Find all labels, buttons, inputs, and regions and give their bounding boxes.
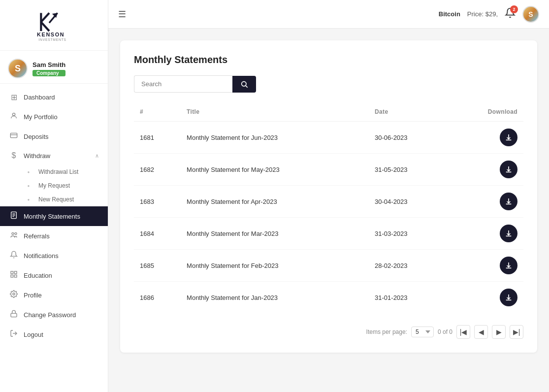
cell-date: 30-06-2023 — [369, 122, 449, 154]
download-icon — [505, 197, 513, 205]
withdraw-icon: $ — [9, 151, 19, 160]
cell-id: 1685 — [134, 250, 181, 282]
sidebar-item-notifications[interactable]: Notifications — [0, 246, 108, 265]
svg-rect-17 — [14, 271, 17, 274]
notifications-icon — [9, 251, 19, 261]
search-input[interactable] — [134, 75, 232, 93]
svg-point-15 — [15, 232, 17, 234]
col-header-download: Download — [449, 104, 523, 122]
download-icon — [505, 294, 513, 301]
bitcoin-label: Bitcoin — [439, 10, 460, 18]
cell-download — [449, 282, 523, 314]
cell-id: 1682 — [134, 154, 181, 186]
sidebar-item-new-request[interactable]: ● New Request — [19, 193, 108, 206]
page-count: 0 of 0 — [438, 328, 452, 335]
download-button[interactable] — [500, 225, 517, 242]
sidebar-item-label: Dashboard — [24, 94, 55, 101]
sidebar-item-change-password[interactable]: Change Password — [0, 305, 108, 325]
user-profile-area: S Sam Smith Company — [0, 51, 108, 84]
per-page-select[interactable]: 5 10 25 50 — [411, 327, 434, 337]
sidebar-item-logout[interactable]: Logout — [0, 325, 108, 344]
cell-title: Monthly Statement for Mar-2023 — [181, 218, 369, 250]
download-icon — [505, 261, 513, 269]
page-last-button[interactable]: ▶| — [510, 325, 523, 339]
cell-id: 1681 — [134, 122, 181, 154]
page-title: Monthly Statements — [134, 54, 523, 65]
sidebar-item-label: Notifications — [24, 252, 59, 260]
sidebar-item-withdraw[interactable]: $ Withdraw ∧ — [0, 146, 108, 165]
table-row: 1683 Monthly Statement for Apr-2023 30-0… — [134, 186, 523, 218]
cell-id: 1684 — [134, 218, 181, 250]
sidebar-item-monthly-statements[interactable]: Monthly Statements — [0, 206, 108, 226]
cell-title: Monthly Statement for Feb-2023 — [181, 250, 369, 282]
search-button[interactable] — [232, 76, 256, 93]
sidebar-item-dashboard[interactable]: ⊞ Dashboard — [0, 88, 108, 107]
sidebar-item-label: Education — [24, 272, 52, 279]
portfolio-icon — [9, 112, 19, 122]
download-button[interactable] — [500, 129, 517, 146]
nav-list: ⊞ Dashboard My Portfolio Deposits $ With… — [0, 84, 108, 392]
sidebar-item-education[interactable]: Education — [0, 265, 108, 285]
download-button[interactable] — [500, 161, 517, 178]
pagination-row: Items per page: 5 10 25 50 0 of 0 |◀ ◀ ▶… — [134, 321, 523, 339]
svg-point-7 — [12, 113, 15, 116]
col-header-title: Title — [181, 104, 369, 122]
svg-line-2 — [41, 22, 49, 31]
table-row: 1681 Monthly Statement for Jun-2023 30-0… — [134, 122, 523, 154]
sidebar-item-withdrawal-list[interactable]: ● Withdrawal List — [19, 165, 108, 179]
hamburger-icon[interactable]: ☰ — [118, 9, 126, 20]
svg-line-1 — [41, 13, 49, 22]
sidebar-item-portfolio[interactable]: My Portfolio — [0, 107, 108, 127]
cell-download — [449, 154, 523, 186]
sidebar-item-label: Deposits — [24, 133, 49, 140]
chevron-up-icon: ∧ — [95, 153, 99, 159]
cell-title: Monthly Statement for Apr-2023 — [181, 186, 369, 218]
topbar-avatar[interactable]: S — [522, 6, 539, 23]
cell-title: Monthly Statement for May-2023 — [181, 154, 369, 186]
download-button[interactable] — [500, 193, 517, 210]
sidebar: KENSON INVESTMENTS S Sam Smith Company ⊞… — [0, 0, 108, 392]
sidebar-item-my-request[interactable]: ● My Request — [19, 179, 108, 193]
sidebar-item-deposits[interactable]: Deposits — [0, 127, 108, 146]
referrals-icon — [9, 231, 19, 241]
bitcoin-price: Price: $29, — [467, 10, 498, 18]
cell-date: 30-04-2023 — [369, 186, 449, 218]
statements-icon — [9, 211, 19, 221]
cell-date: 31-05-2023 — [369, 154, 449, 186]
topbar-right: Bitcoin Price: $29, 2 S — [439, 6, 539, 23]
page-prev-button[interactable]: ◀ — [474, 325, 488, 339]
download-button[interactable] — [500, 257, 517, 274]
cell-title: Monthly Statement for Jun-2023 — [181, 122, 369, 154]
deposits-icon — [9, 131, 19, 141]
notification-bell[interactable]: 2 — [505, 7, 516, 21]
dashboard-icon: ⊞ — [9, 93, 19, 102]
user-badge: Company — [32, 70, 65, 76]
cell-date: 31-01-2023 — [369, 282, 449, 314]
svg-rect-18 — [11, 275, 13, 277]
svg-point-20 — [13, 293, 15, 295]
sidebar-item-referrals[interactable]: Referrals — [0, 226, 108, 246]
download-icon — [505, 229, 513, 237]
svg-point-23 — [242, 81, 246, 86]
col-header-id: # — [134, 104, 181, 122]
sidebar-item-label: Monthly Statements — [24, 213, 80, 220]
avatar: S — [8, 59, 28, 78]
cell-id: 1686 — [134, 282, 181, 314]
sidebar-item-label: New Request — [38, 196, 74, 203]
sidebar-item-label: Withdrawal List — [38, 168, 78, 175]
sidebar-item-label: My Request — [38, 182, 70, 189]
svg-rect-16 — [11, 271, 13, 274]
sidebar-item-profile[interactable]: Profile — [0, 285, 108, 305]
svg-rect-8 — [10, 133, 17, 137]
user-info: Sam Smith Company — [32, 61, 65, 76]
statements-table: # Title Date Download 1681 Monthly State… — [134, 104, 523, 313]
cell-download — [449, 186, 523, 218]
page-first-button[interactable]: |◀ — [456, 325, 470, 339]
page-next-button[interactable]: ▶ — [492, 325, 506, 339]
sidebar-item-label: Change Password — [24, 311, 76, 319]
download-button[interactable] — [500, 289, 517, 306]
statements-card: Monthly Statements # Title Date Download — [120, 40, 537, 353]
main-content: ☰ Bitcoin Price: $29, 2 S Monthly Statem… — [108, 0, 549, 392]
cell-date: 28-02-2023 — [369, 250, 449, 282]
profile-icon — [9, 290, 19, 300]
